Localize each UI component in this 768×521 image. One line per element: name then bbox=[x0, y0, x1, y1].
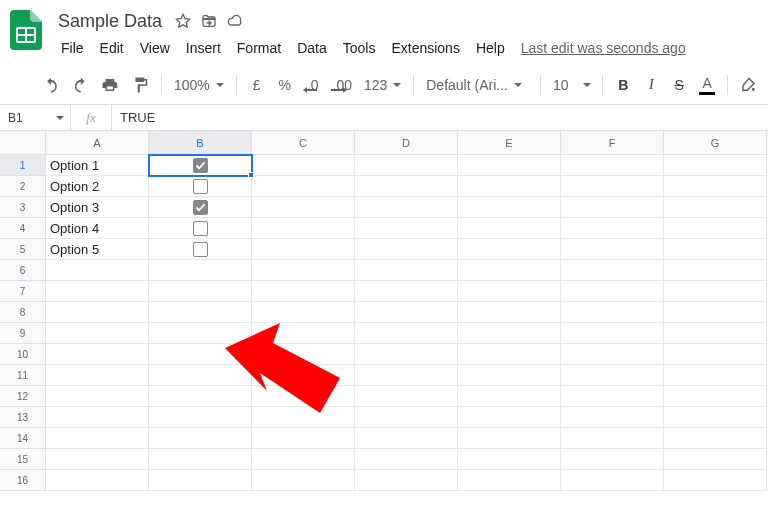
cell-A4[interactable]: Option 4 bbox=[46, 218, 149, 239]
cell-B11[interactable] bbox=[149, 365, 252, 386]
cell-G9[interactable] bbox=[664, 323, 767, 344]
cell-B15[interactable] bbox=[149, 449, 252, 470]
cell-C6[interactable] bbox=[252, 260, 355, 281]
row-header-14[interactable]: 14 bbox=[0, 428, 46, 449]
cell-D8[interactable] bbox=[355, 302, 458, 323]
menu-edit[interactable]: Edit bbox=[93, 36, 131, 60]
cell-C5[interactable] bbox=[252, 239, 355, 260]
paint-format-button[interactable] bbox=[127, 72, 153, 98]
cell-G5[interactable] bbox=[664, 239, 767, 260]
row-header-10[interactable]: 10 bbox=[0, 344, 46, 365]
cell-E9[interactable] bbox=[458, 323, 561, 344]
cell-F2[interactable] bbox=[561, 176, 664, 197]
menu-help[interactable]: Help bbox=[469, 36, 512, 60]
cell-C15[interactable] bbox=[252, 449, 355, 470]
checkbox[interactable] bbox=[193, 200, 208, 215]
cell-C3[interactable] bbox=[252, 197, 355, 218]
undo-button[interactable] bbox=[38, 72, 64, 98]
cell-B13[interactable] bbox=[149, 407, 252, 428]
column-header-E[interactable]: E bbox=[458, 131, 561, 154]
cell-A12[interactable] bbox=[46, 386, 149, 407]
checkbox[interactable] bbox=[193, 242, 208, 257]
row-header-7[interactable]: 7 bbox=[0, 281, 46, 302]
last-edit-link[interactable]: Last edit was seconds ago bbox=[514, 36, 693, 60]
cell-C16[interactable] bbox=[252, 470, 355, 491]
formula-input[interactable]: TRUE bbox=[112, 110, 768, 125]
cell-G10[interactable] bbox=[664, 344, 767, 365]
cloud-status-icon[interactable] bbox=[226, 12, 244, 30]
cell-B7[interactable] bbox=[149, 281, 252, 302]
cell-B1[interactable] bbox=[149, 155, 252, 176]
cell-F10[interactable] bbox=[561, 344, 664, 365]
cell-C2[interactable] bbox=[252, 176, 355, 197]
cell-F5[interactable] bbox=[561, 239, 664, 260]
number-format-select[interactable]: 123 bbox=[360, 72, 405, 98]
cell-E14[interactable] bbox=[458, 428, 561, 449]
row-header-3[interactable]: 3 bbox=[0, 197, 46, 218]
cell-D11[interactable] bbox=[355, 365, 458, 386]
cell-G16[interactable] bbox=[664, 470, 767, 491]
cell-C9[interactable] bbox=[252, 323, 355, 344]
cell-E6[interactable] bbox=[458, 260, 561, 281]
cell-B2[interactable] bbox=[149, 176, 252, 197]
cell-A16[interactable] bbox=[46, 470, 149, 491]
cell-E4[interactable] bbox=[458, 218, 561, 239]
cell-F3[interactable] bbox=[561, 197, 664, 218]
document-title[interactable]: Sample Data bbox=[54, 11, 166, 32]
font-size-select[interactable]: 10 bbox=[549, 72, 594, 98]
star-icon[interactable] bbox=[174, 12, 192, 30]
select-all-corner[interactable] bbox=[0, 131, 46, 154]
cell-C8[interactable] bbox=[252, 302, 355, 323]
font-family-select[interactable]: Default (Ari... bbox=[422, 72, 532, 98]
cell-A7[interactable] bbox=[46, 281, 149, 302]
format-percent-button[interactable]: % bbox=[273, 72, 297, 98]
row-header-9[interactable]: 9 bbox=[0, 323, 46, 344]
cell-D9[interactable] bbox=[355, 323, 458, 344]
print-button[interactable] bbox=[97, 72, 123, 98]
row-header-16[interactable]: 16 bbox=[0, 470, 46, 491]
cell-E8[interactable] bbox=[458, 302, 561, 323]
cell-E11[interactable] bbox=[458, 365, 561, 386]
row-header-8[interactable]: 8 bbox=[0, 302, 46, 323]
cell-E10[interactable] bbox=[458, 344, 561, 365]
fill-color-button[interactable] bbox=[736, 72, 762, 98]
cell-F12[interactable] bbox=[561, 386, 664, 407]
cell-D2[interactable] bbox=[355, 176, 458, 197]
menu-file[interactable]: File bbox=[54, 36, 91, 60]
cell-G3[interactable] bbox=[664, 197, 767, 218]
column-header-G[interactable]: G bbox=[664, 131, 767, 154]
cell-F11[interactable] bbox=[561, 365, 664, 386]
sheets-app-icon[interactable] bbox=[6, 10, 46, 50]
cell-G8[interactable] bbox=[664, 302, 767, 323]
text-color-button[interactable]: A bbox=[695, 72, 719, 98]
format-currency-button[interactable]: £ bbox=[245, 72, 269, 98]
cell-F9[interactable] bbox=[561, 323, 664, 344]
cell-B6[interactable] bbox=[149, 260, 252, 281]
cell-F14[interactable] bbox=[561, 428, 664, 449]
row-header-6[interactable]: 6 bbox=[0, 260, 46, 281]
cell-A2[interactable]: Option 2 bbox=[46, 176, 149, 197]
move-icon[interactable] bbox=[200, 12, 218, 30]
cell-E12[interactable] bbox=[458, 386, 561, 407]
cell-A15[interactable] bbox=[46, 449, 149, 470]
cell-E15[interactable] bbox=[458, 449, 561, 470]
cell-B14[interactable] bbox=[149, 428, 252, 449]
cell-D1[interactable] bbox=[355, 155, 458, 176]
checkbox[interactable] bbox=[193, 179, 208, 194]
row-header-5[interactable]: 5 bbox=[0, 239, 46, 260]
checkbox[interactable] bbox=[193, 221, 208, 236]
cell-B3[interactable] bbox=[149, 197, 252, 218]
cell-A13[interactable] bbox=[46, 407, 149, 428]
cell-E3[interactable] bbox=[458, 197, 561, 218]
cell-C10[interactable] bbox=[252, 344, 355, 365]
increase-decimal-button[interactable]: .00 bbox=[329, 72, 356, 98]
column-header-B[interactable]: B bbox=[149, 131, 252, 154]
cell-F7[interactable] bbox=[561, 281, 664, 302]
cell-C12[interactable] bbox=[252, 386, 355, 407]
cell-G14[interactable] bbox=[664, 428, 767, 449]
cell-G13[interactable] bbox=[664, 407, 767, 428]
cell-F16[interactable] bbox=[561, 470, 664, 491]
cell-B12[interactable] bbox=[149, 386, 252, 407]
cell-G12[interactable] bbox=[664, 386, 767, 407]
row-header-2[interactable]: 2 bbox=[0, 176, 46, 197]
